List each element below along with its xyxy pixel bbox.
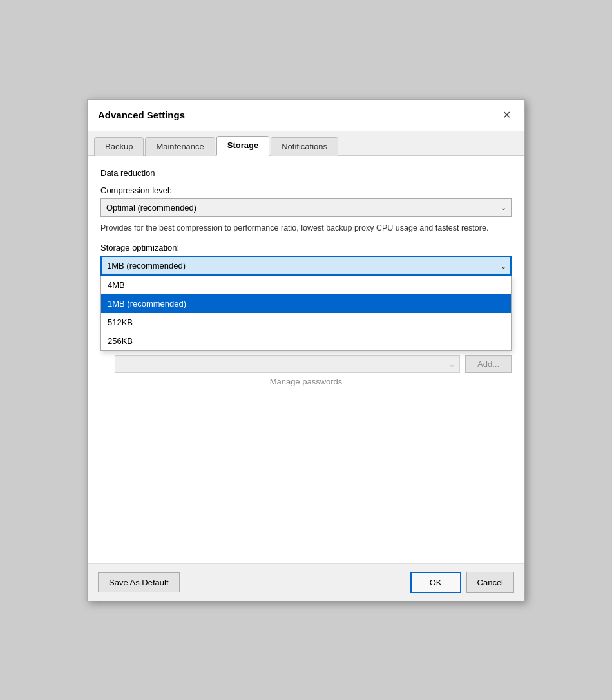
password-select [115,355,460,373]
dialog-body: Data reduction Compression level: Optima… [88,156,524,563]
tab-storage[interactable]: Storage [216,136,269,156]
compression-description: Provides for the best compression to per… [100,222,512,234]
dropdown-item-512kb[interactable]: 512KB [101,313,511,332]
dropdown-item-256kb[interactable]: 256KB [101,332,511,350]
ok-button[interactable]: OK [410,572,461,593]
tab-backup[interactable]: Backup [94,137,144,156]
tabs-bar: Backup Maintenance Storage Notifications [88,131,524,156]
title-bar: Advanced Settings ✕ [88,100,524,131]
cancel-button[interactable]: Cancel [466,572,514,593]
storage-opt-dropdown: 4MB 1MB (recommended) 512KB 256KB [100,276,512,351]
section-divider [160,173,512,173]
storage-opt-select-wrapper: 1MB (recommended) ⌄ 4MB 1MB (recommended… [100,256,512,276]
tab-notifications[interactable]: Notifications [271,137,338,156]
storage-opt-label: Storage optimization: [100,243,512,252]
close-button[interactable]: ✕ [497,106,515,124]
dialog-title: Advanced Settings [98,109,185,120]
compression-level-label: Compression level: [100,185,512,195]
add-button: Add... [465,355,512,373]
dropdown-item-4mb[interactable]: 4MB [101,276,511,294]
tab-maintenance[interactable]: Maintenance [145,137,215,156]
save-as-default-button[interactable]: Save As Default [98,572,180,592]
compression-select-wrapper: Optimal (recommended) ⌄ [100,198,512,217]
data-reduction-section-header: Data reduction [100,168,512,178]
manage-passwords-link: Manage passwords [100,377,512,386]
advanced-settings-dialog: Advanced Settings ✕ Backup Maintenance S… [87,99,525,601]
data-reduction-title: Data reduction [100,168,155,178]
dialog-footer: Save As Default OK Cancel [88,563,524,601]
password-row: ⌄ Add... [100,355,512,373]
compression-select[interactable]: Optimal (recommended) [100,198,512,217]
password-dropdown-wrapper: ⌄ [115,355,460,373]
storage-opt-select-display[interactable]: 1MB (recommended) [100,256,512,276]
dropdown-item-1mb[interactable]: 1MB (recommended) [101,294,511,313]
footer-right-buttons: OK Cancel [410,572,514,593]
